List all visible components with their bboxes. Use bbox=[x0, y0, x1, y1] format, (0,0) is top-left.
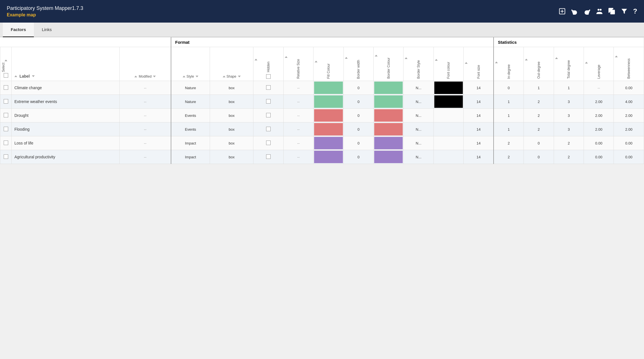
row-fill-colour[interactable] bbox=[314, 150, 343, 164]
row-style[interactable]: Impact bbox=[171, 150, 210, 164]
row-hidden[interactable] bbox=[253, 136, 283, 150]
row-hidden[interactable] bbox=[253, 81, 283, 95]
row-checkbox[interactable] bbox=[0, 136, 12, 150]
col-label-relative-size: Relative Size bbox=[296, 59, 300, 79]
filter-icon[interactable] bbox=[621, 8, 628, 15]
add-icon[interactable] bbox=[558, 8, 566, 15]
row-border-style[interactable]: N... bbox=[404, 150, 433, 164]
font-colour-swatch bbox=[434, 95, 463, 108]
row-border-style[interactable]: N... bbox=[404, 95, 433, 109]
row-style[interactable]: Events bbox=[171, 122, 210, 136]
row-font-colour[interactable] bbox=[433, 95, 463, 109]
row-label[interactable]: Extreme weather events bbox=[12, 95, 120, 109]
row-checkbox-input[interactable] bbox=[4, 154, 8, 159]
row-border-colour[interactable] bbox=[374, 109, 404, 122]
row-checkbox[interactable] bbox=[0, 95, 12, 109]
tab-links[interactable]: Links bbox=[34, 23, 60, 37]
users-icon[interactable] bbox=[596, 8, 603, 15]
row-shape[interactable]: box bbox=[210, 150, 253, 164]
row-label[interactable]: Climate change bbox=[12, 81, 120, 95]
row-font-colour[interactable] bbox=[433, 109, 463, 122]
row-font-colour[interactable] bbox=[433, 122, 463, 136]
hidden-checkbox[interactable] bbox=[266, 113, 271, 117]
row-border-colour[interactable] bbox=[374, 122, 404, 136]
table-row: Flooding--Eventsbox--0N...141232.002.00 bbox=[0, 122, 644, 136]
row-checkbox[interactable] bbox=[0, 109, 12, 122]
row-shape[interactable]: box bbox=[210, 81, 253, 95]
table-row: Agricultural productivity--Impactbox--0N… bbox=[0, 150, 644, 164]
row-font-colour[interactable] bbox=[433, 81, 463, 95]
row-border-colour[interactable] bbox=[374, 150, 404, 164]
row-checkbox[interactable] bbox=[0, 150, 12, 164]
hidden-checkbox[interactable] bbox=[266, 85, 271, 90]
font-colour-swatch bbox=[434, 82, 463, 94]
col-label-border-style: Border Style bbox=[417, 60, 420, 79]
app-title-area: Participatory System Mapper1.7.3 Example… bbox=[7, 5, 83, 17]
row-hidden[interactable] bbox=[253, 109, 283, 122]
table-row: Extreme weather events--Naturebox--0N...… bbox=[0, 95, 644, 109]
row-font-colour[interactable] bbox=[433, 150, 463, 164]
row-border-colour[interactable] bbox=[374, 95, 404, 109]
col-label-hidden: Hidden bbox=[266, 62, 270, 72]
row-hidden[interactable] bbox=[253, 95, 283, 109]
tab-factors[interactable]: Factors bbox=[3, 23, 34, 37]
row-modified: -- bbox=[120, 136, 171, 150]
row-label[interactable]: Drought bbox=[12, 109, 120, 122]
row-betweenness: 4.00 bbox=[614, 95, 644, 109]
hidden-checkbox[interactable] bbox=[266, 154, 271, 159]
row-fill-colour[interactable] bbox=[314, 95, 343, 109]
undo-icon[interactable] bbox=[571, 8, 578, 15]
row-in-degree: 0 bbox=[494, 81, 523, 95]
col-label-shape: Shape bbox=[226, 75, 236, 78]
row-style[interactable]: Events bbox=[171, 109, 210, 122]
row-checkbox-input[interactable] bbox=[4, 85, 8, 90]
row-shape[interactable]: box bbox=[210, 122, 253, 136]
row-label[interactable]: Flooding bbox=[12, 122, 120, 136]
row-fill-colour[interactable] bbox=[314, 122, 343, 136]
row-checkbox-input[interactable] bbox=[4, 141, 8, 145]
row-border-style[interactable]: N... bbox=[404, 122, 433, 136]
row-in-degree: 1 bbox=[494, 109, 523, 122]
row-border-style[interactable]: N... bbox=[404, 136, 433, 150]
row-border-style[interactable]: N... bbox=[404, 81, 433, 95]
row-style[interactable]: Nature bbox=[171, 95, 210, 109]
redo-icon[interactable] bbox=[583, 8, 591, 15]
copy-icon[interactable] bbox=[608, 8, 615, 15]
row-shape[interactable]: box bbox=[210, 95, 253, 109]
hidden-checkbox[interactable] bbox=[266, 141, 271, 145]
row-betweenness: 0.00 bbox=[614, 150, 644, 164]
sort-arrow-shape-down bbox=[238, 76, 241, 77]
row-border-style[interactable]: N... bbox=[404, 109, 433, 122]
select-all-checkbox[interactable] bbox=[4, 73, 8, 78]
row-border-colour[interactable] bbox=[374, 81, 404, 95]
fill-colour-swatch bbox=[314, 151, 343, 163]
row-style[interactable]: Impact bbox=[171, 136, 210, 150]
row-label[interactable]: Loss of life bbox=[12, 136, 120, 150]
sort-arrow-fill-colour bbox=[315, 61, 317, 62]
row-label[interactable]: Agricultural productivity bbox=[12, 150, 120, 164]
hidden-checkbox[interactable] bbox=[266, 99, 271, 104]
row-shape[interactable]: box bbox=[210, 109, 253, 122]
row-style[interactable]: Nature bbox=[171, 81, 210, 95]
row-checkbox[interactable] bbox=[0, 81, 12, 95]
row-border-width: 0 bbox=[343, 109, 373, 122]
row-font-colour[interactable] bbox=[433, 136, 463, 150]
row-fill-colour[interactable] bbox=[314, 136, 343, 150]
hidden-checkbox[interactable] bbox=[266, 127, 271, 131]
row-hidden[interactable] bbox=[253, 150, 283, 164]
app-title: Participatory System Mapper1.7.3 bbox=[7, 5, 83, 11]
svg-point-4 bbox=[600, 9, 602, 10]
fill-colour-swatch bbox=[314, 95, 343, 108]
row-checkbox-input[interactable] bbox=[4, 99, 8, 104]
row-fill-colour[interactable] bbox=[314, 81, 343, 95]
row-checkbox-input[interactable] bbox=[4, 113, 8, 117]
row-fill-colour[interactable] bbox=[314, 109, 343, 122]
row-border-colour[interactable] bbox=[374, 136, 404, 150]
fill-colour-swatch bbox=[314, 82, 343, 94]
row-shape[interactable]: box bbox=[210, 136, 253, 150]
row-checkbox-input[interactable] bbox=[4, 127, 8, 131]
help-icon[interactable]: ? bbox=[633, 7, 637, 15]
sort-arrow-out-degree bbox=[525, 59, 528, 60]
row-hidden[interactable] bbox=[253, 122, 283, 136]
row-checkbox[interactable] bbox=[0, 122, 12, 136]
